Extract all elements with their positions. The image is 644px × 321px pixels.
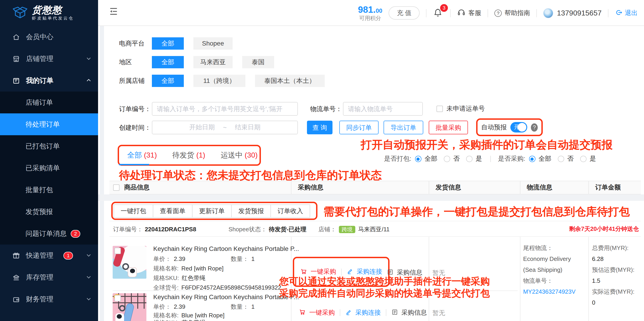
notification-bell-icon[interactable]: 3 xyxy=(433,6,444,19)
sidebar-item-shop-management[interactable]: 店铺管理 xyxy=(0,48,98,70)
spec-name-value: Blue [with Rope] xyxy=(181,312,224,319)
sync-orders-button[interactable]: 同步订单 xyxy=(339,121,378,134)
no-waybill-label: 未申请运单号 xyxy=(446,105,485,113)
tab-shipping[interactable]: 运送中 (30) xyxy=(221,151,258,160)
update-orders-button[interactable]: 更新订单 xyxy=(192,204,232,218)
price-label: 单价： xyxy=(153,255,171,262)
one-key-pack-button[interactable]: 一键打包 xyxy=(114,204,153,218)
sidebar-item-packed-orders[interactable]: 已打包订单 xyxy=(0,135,98,157)
logistics-no-input[interactable] xyxy=(343,102,423,116)
column-label: 商品信息 xyxy=(124,183,150,192)
shop-option-all[interactable]: 全部 xyxy=(152,75,184,87)
shipping-forecast-button[interactable]: 发货预报 xyxy=(231,204,271,218)
wallet-icon xyxy=(12,295,20,303)
region-option-malaysia[interactable]: 马来西亚 xyxy=(194,56,232,68)
one-key-purchase-button[interactable]: 一键采购 xyxy=(299,308,335,317)
actual-label: 实际运费(MYR): xyxy=(592,286,634,297)
column-divider xyxy=(520,237,520,321)
sidebar-item-shipping-forecast[interactable]: 发货预报 xyxy=(0,201,98,223)
spec-name-value: Red [with Rope] xyxy=(181,265,224,272)
query-button[interactable]: 查 询 xyxy=(307,121,332,134)
chevron-down-icon xyxy=(86,252,92,259)
export-orders-button[interactable]: 导出订单 xyxy=(384,121,423,134)
sidebar-item-problem-order-messages[interactable]: 问题订单消息 2 xyxy=(0,223,98,245)
active-tab-underline xyxy=(119,164,149,165)
shopee-status-label: Shopee状态： xyxy=(228,226,267,233)
purchase-radio-yes[interactable] xyxy=(580,156,586,162)
auto-forecast-toggle[interactable]: 开 xyxy=(510,122,527,133)
purchase-link-button[interactable]: 采购连接 xyxy=(347,268,382,276)
product-sku-row: 规格SKU:蓝色带绳 xyxy=(153,319,206,321)
order-income-button[interactable]: 订单收入 xyxy=(270,204,310,218)
list-icon xyxy=(391,309,398,317)
pack-radio-all[interactable] xyxy=(415,156,422,162)
product-title: Keychain Key Ring Cartoon Keychains Port… xyxy=(153,245,299,252)
gift-icon xyxy=(12,252,20,259)
sidebar-item-pending-orders[interactable]: 待处理订单 xyxy=(0,113,98,135)
col-logistics-info: 物流信息 xyxy=(520,181,588,194)
column-label: 订单金额 xyxy=(595,183,621,192)
customer-service-button[interactable]: 客服 xyxy=(457,8,481,18)
tracking-number-link[interactable]: MY224363274923V xyxy=(523,286,576,297)
recharge-button[interactable]: 充 值 xyxy=(388,6,420,19)
row-checkbox[interactable] xyxy=(114,295,121,302)
region-option-all[interactable]: 全部 xyxy=(152,56,184,68)
product-spec-row: 规格名称:Red [with Rope] xyxy=(153,265,224,273)
sidebar-item-finance-management[interactable]: 财务管理 xyxy=(0,288,98,310)
qty-label: 数量： xyxy=(231,303,248,310)
shop-option-11-crossborder[interactable]: 11（跨境） xyxy=(194,75,246,87)
select-all-checkbox[interactable] xyxy=(113,184,120,191)
purchase-radio-no[interactable] xyxy=(558,156,564,162)
order-no-label: 订单编号： xyxy=(119,102,152,116)
auto-forecast-help-icon[interactable]: ? xyxy=(531,123,538,131)
logo-box-icon xyxy=(12,5,28,21)
sub-item-label: 店铺订单 xyxy=(26,98,53,107)
date-end-placeholder: 结束日期 xyxy=(235,123,260,132)
help-guide-button[interactable]: ? 帮助指南 xyxy=(494,9,530,17)
view-label-button[interactable]: 查看面单 xyxy=(153,204,192,218)
spec-sku-value: 蓝色带绳 xyxy=(182,319,206,321)
no-waybill-checkbox[interactable] xyxy=(436,106,443,112)
region-option-thailand[interactable]: 泰国 xyxy=(242,56,274,68)
sidebar-item-inventory-management[interactable]: 库存管理 xyxy=(0,266,98,288)
logo[interactable]: 货憨憨 虾皮贴单代发云仓 xyxy=(0,0,98,26)
purchase-radio-all[interactable] xyxy=(529,156,536,162)
left-gutter xyxy=(100,26,104,321)
tab-all[interactable]: 全部 (31) xyxy=(127,151,157,160)
purchase-info-button[interactable]: 采购信息 xyxy=(391,309,427,317)
sidebar-item-batch-pack[interactable]: 批量打包 xyxy=(0,179,98,201)
order-no-input[interactable] xyxy=(152,102,298,116)
pack-radio-yes[interactable] xyxy=(466,156,472,162)
spec-sku-label: 规格SKU: xyxy=(153,275,179,281)
points-int: 981. xyxy=(358,4,376,14)
sidebar-item-express-management[interactable]: 快递管理 1 xyxy=(0,245,98,266)
sidebar-item-label: 店铺管理 xyxy=(26,54,53,63)
logout-button[interactable]: 退出 xyxy=(615,8,638,17)
sidebar-item-my-orders[interactable]: 我的订单 xyxy=(0,70,98,92)
sidebar-item-member-center[interactable]: 会员中心 xyxy=(0,26,98,48)
app: 货憨憨 虾皮贴单代发云仓 981.00 可用积分 充 值 xyxy=(0,0,644,321)
row-checkbox[interactable] xyxy=(114,248,121,254)
sidebar-item-label: 库存管理 xyxy=(26,273,53,282)
chevron-down-icon xyxy=(86,295,92,303)
date-range-picker[interactable]: 开始日期 ~ 结束日期 xyxy=(152,121,298,134)
shop-option-thailand-local[interactable]: 泰国本土（本土） xyxy=(255,75,325,87)
sidebar-item-shop-orders[interactable]: 店铺订单 xyxy=(0,92,98,113)
collapse-menu-icon[interactable] xyxy=(108,6,118,16)
spec-sku-value: 红色带绳 xyxy=(182,275,206,281)
col-purchase-info: 采购信息 xyxy=(291,181,429,194)
user-account[interactable]: 13790915657 xyxy=(543,8,602,18)
pack-radio-no[interactable] xyxy=(444,156,450,162)
chevron-down-icon xyxy=(86,273,92,281)
cart-icon xyxy=(299,308,306,317)
purchase-link-button[interactable]: 采购连接 xyxy=(345,309,381,317)
batch-purchase-button[interactable]: 批量采购 xyxy=(429,121,468,134)
tab-to-ship[interactable]: 待发货 (1) xyxy=(172,151,205,160)
sidebar-item-purchased-list[interactable]: 已采购清单 xyxy=(0,157,98,179)
topbar: 货憨憨 虾皮贴单代发云仓 981.00 可用积分 充 值 xyxy=(0,0,644,26)
platform-option-all[interactable]: 全部 xyxy=(152,37,184,50)
help-guide-label: 帮助指南 xyxy=(504,9,530,17)
platform-option-shopee[interactable]: Shopee xyxy=(194,37,232,50)
problem-orders-badge: 2 xyxy=(71,230,80,237)
filter-label: 电商平台 xyxy=(119,39,152,48)
